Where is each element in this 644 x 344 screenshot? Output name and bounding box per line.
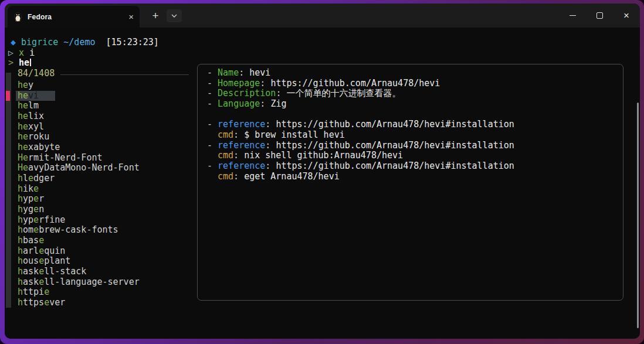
matched-chars: e: [33, 214, 39, 225]
reference-url[interactable]: https://github.com/Arnau478/hevi#install…: [276, 140, 514, 151]
field-label: Language: [218, 98, 260, 109]
matched-chars: he: [18, 111, 28, 121]
matched-chars: e: [44, 297, 49, 308]
window-frame: Fedora × + × ◆ bigrice ~/demo [15:23:23]…: [0, 0, 644, 344]
preview-field-line: - Language: Zig: [207, 99, 616, 110]
minimize-button[interactable]: [559, 4, 586, 28]
terminal-content[interactable]: ◆ bigrice ~/demo [15:23:23] ▷ x i > he 8…: [5, 28, 640, 339]
list-item[interactable]: heroku: [18, 132, 49, 142]
list-item[interactable]: hyper: [18, 194, 44, 205]
reference-line: - reference: https://github.com/Arnau478…: [207, 161, 616, 172]
finder-prompt-symbol: >: [8, 57, 13, 68]
matched-chars: e: [33, 193, 39, 204]
matched-chars: e: [39, 266, 44, 277]
list-item[interactable]: HeavyDataMono-Nerd-Font: [18, 163, 140, 173]
bullet-dash: -: [207, 119, 218, 130]
item-chars: ik: [23, 183, 33, 194]
item-chars: lix: [28, 111, 44, 121]
bullet-dash: -: [207, 140, 218, 151]
close-button[interactable]: ×: [613, 4, 640, 28]
matched-chars: he: [18, 131, 28, 142]
item-chars: arl: [23, 246, 39, 256]
list-item[interactable]: hike: [18, 184, 39, 195]
reference-url[interactable]: https://github.com/Arnau478/hevi#install…: [276, 119, 514, 130]
list-item[interactable]: hevi: [18, 91, 55, 101]
tab-dropdown-button[interactable]: [167, 9, 182, 22]
finder-gutter-bar: [6, 73, 11, 308]
matched-chars: h: [18, 277, 23, 287]
item-chars: plant: [44, 256, 70, 266]
command-arg: i: [29, 47, 35, 58]
terminal-scrollbar[interactable]: [637, 103, 639, 328]
field-value: hevi: [249, 67, 270, 78]
finder-query-text: he: [19, 57, 29, 68]
reference-url[interactable]: https://github.com/Arnau478/hevi#install…: [276, 161, 514, 171]
tab-fedora[interactable]: Fedora ×: [8, 6, 140, 28]
tab-close-button[interactable]: ×: [128, 12, 134, 21]
command-line: ▷ x i: [8, 48, 35, 59]
list-item[interactable]: helm: [18, 101, 39, 111]
matched-chars: h: [18, 266, 23, 277]
list-item[interactable]: hey: [18, 80, 33, 91]
matched-chars: h: [18, 193, 23, 204]
bullet-dash: -: [207, 98, 218, 109]
item-chars: ttpi: [23, 287, 44, 297]
field-label: Name: [218, 67, 239, 78]
item-chars: r: [39, 193, 44, 204]
matched-chars: h: [18, 183, 23, 194]
bullet-dash: -: [207, 78, 218, 88]
bullet-dash: -: [207, 88, 218, 98]
list-item[interactable]: httpie: [18, 287, 49, 298]
cmd-colon: :: [233, 130, 244, 140]
list-item[interactable]: hygen: [18, 205, 44, 215]
list-item[interactable]: hbase: [18, 236, 44, 246]
reference-label: reference: [218, 119, 265, 130]
list-item[interactable]: Hermit-Nerd-Font: [18, 153, 103, 164]
new-tab-button[interactable]: +: [147, 8, 164, 24]
finder-query-input[interactable]: > he: [8, 58, 31, 69]
command-name: x: [19, 47, 24, 58]
list-item[interactable]: hexabyte: [18, 142, 60, 153]
matched-chars: h: [18, 246, 23, 256]
item-chars: yp: [23, 193, 33, 204]
list-item[interactable]: harlequin: [18, 246, 65, 257]
close-icon: ×: [623, 11, 629, 21]
item-chars: quin: [44, 246, 65, 256]
reference-line: - reference: https://github.com/Arnau478…: [207, 141, 616, 151]
field-value: 一个简单的十六进制查看器。: [286, 88, 401, 98]
prompt-cwd: ~/demo: [63, 37, 95, 47]
matched-chars: h: [18, 224, 23, 235]
matched-chars: e: [28, 173, 33, 183]
command-suggestion-line: cmd: eget Arnau478/hevi: [207, 172, 616, 182]
item-chars: vi: [28, 90, 39, 101]
preview-field-line: - Homepage: https://github.com/Arnau478/…: [207, 79, 616, 89]
list-item[interactable]: hexyl: [18, 122, 44, 132]
item-chars: rfine: [39, 214, 65, 225]
chevron-down-icon: [171, 14, 177, 18]
prompt-marker-icon: ◆: [11, 37, 16, 47]
item-chars: dger: [33, 173, 55, 183]
matched-chars: h: [18, 256, 23, 266]
list-item[interactable]: hledger: [18, 173, 55, 184]
titlebar[interactable]: Fedora × + ×: [5, 4, 640, 28]
list-item[interactable]: haskell-stack: [18, 267, 86, 277]
list-item[interactable]: homebrew-cask-fonts: [18, 225, 118, 236]
item-chars: ll-stack: [44, 266, 86, 277]
maximize-button[interactable]: [586, 4, 613, 28]
list-item[interactable]: httpsever: [18, 298, 65, 308]
matched-chars: He: [18, 152, 28, 163]
list-item[interactable]: helix: [18, 111, 44, 122]
command-suggestion-line: cmd: $ brew install hevi: [207, 130, 616, 141]
field-value[interactable]: https://github.com/Arnau478/hevi: [270, 78, 440, 88]
matched-chars: he: [18, 121, 28, 132]
list-item[interactable]: houseplant: [18, 256, 70, 267]
list-item[interactable]: haskell-language-server: [18, 277, 140, 288]
matched-chars: h: [18, 204, 23, 214]
field-label: Description: [218, 88, 276, 98]
field-value: Zig: [270, 98, 286, 109]
preview-blank-line: [207, 110, 616, 120]
minimize-icon: [570, 15, 576, 16]
window-controls: ×: [559, 4, 640, 28]
list-item[interactable]: hyperfine: [18, 215, 65, 226]
item-chars: avyDataMono-Nerd-Font: [28, 162, 140, 173]
